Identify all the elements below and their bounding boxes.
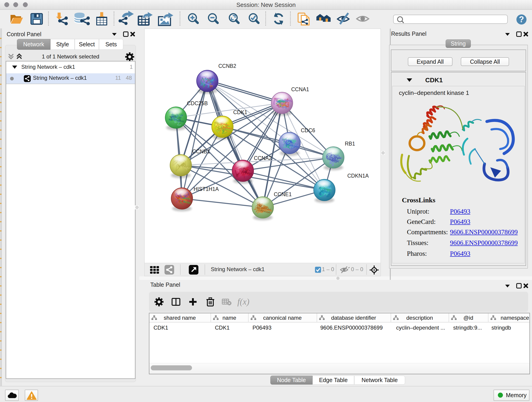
svg-text:CDC25B: CDC25B — [187, 100, 208, 106]
svg-text:CCNA2: CCNA2 — [254, 155, 272, 161]
svg-text:RB1: RB1 — [345, 141, 355, 147]
svg-text:?: ? — [519, 15, 524, 24]
svg-text:CDC6: CDC6 — [301, 128, 315, 133]
svg-text:CDKN1A: CDKN1A — [347, 173, 369, 179]
svg-text:HIST1H1A: HIST1H1A — [194, 186, 219, 192]
svg-text:CCNB1: CCNB1 — [192, 148, 210, 154]
svg-text:CDK1: CDK1 — [233, 109, 247, 115]
svg-text:CCNE1: CCNE1 — [274, 191, 292, 197]
svg-text:CCNA1: CCNA1 — [291, 86, 309, 92]
svg-text:CCNB2: CCNB2 — [218, 63, 236, 69]
